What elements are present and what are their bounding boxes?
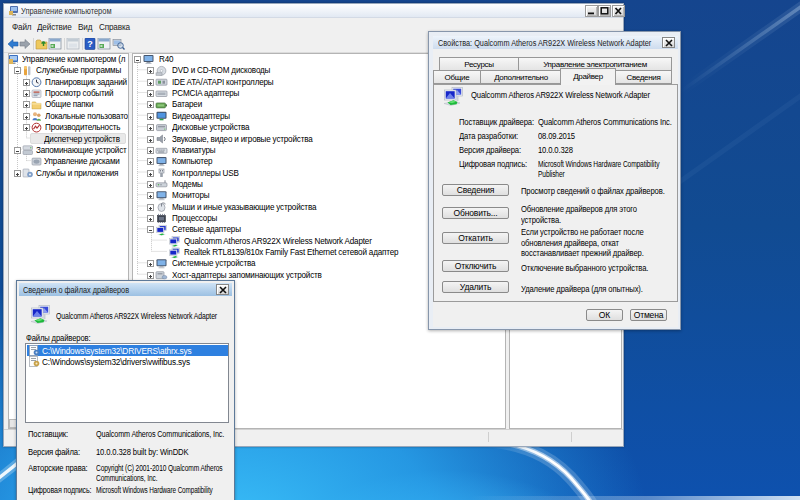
svg-text:?: ? (87, 39, 93, 49)
